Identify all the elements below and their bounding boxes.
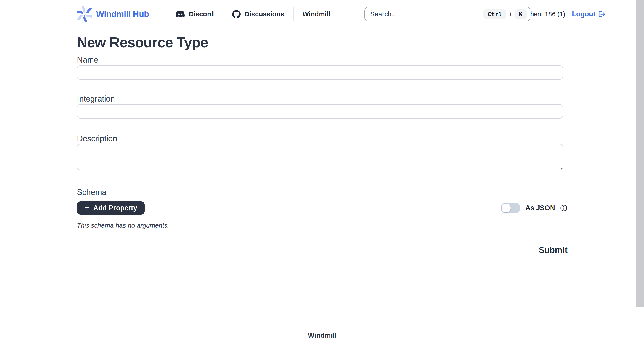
logout-icon [598, 10, 606, 18]
nav-item-discord[interactable]: Discord [176, 10, 223, 18]
description-textarea[interactable] [77, 144, 563, 170]
main-content: New Resource Type Name Integration Descr… [77, 34, 568, 340]
integration-input[interactable] [77, 104, 563, 118]
logout-label: Logout [572, 10, 596, 18]
schema-label: Schema [77, 188, 568, 197]
main-nav: Discord Discussions Windmill [176, 0, 339, 28]
username: henri186 (1) [530, 10, 565, 18]
nav-item-windmill[interactable]: Windmill [294, 10, 340, 18]
windmill-logo-icon [77, 6, 92, 22]
integration-label: Integration [77, 94, 568, 104]
nav-label-discord: Discord [189, 10, 214, 18]
kbd-k-badge: K [515, 10, 526, 19]
plus-icon: + [84, 204, 89, 212]
submit-row: Submit [77, 245, 568, 255]
footer-brand-link[interactable]: Windmill [308, 332, 337, 340]
as-json-label: As JSON [525, 204, 555, 212]
brand-link[interactable]: Windmill Hub [77, 6, 149, 22]
as-json-control: As JSON [501, 203, 568, 213]
submit-button[interactable]: Submit [539, 245, 568, 255]
logout-link[interactable]: Logout [572, 10, 606, 18]
github-icon [232, 10, 240, 18]
add-property-label: Add Property [93, 204, 137, 212]
search-box: Ctrl + K [364, 7, 530, 22]
nav-item-discussions[interactable]: Discussions [223, 10, 293, 18]
nav-label-discussions: Discussions [245, 10, 284, 18]
page-title: New Resource Type [77, 34, 568, 51]
name-label: Name [77, 55, 568, 65]
search-input[interactable] [370, 10, 481, 18]
user-area: henri186 (1) Logout [530, 10, 606, 18]
page: Windmill Hub Discord Discussions Windmil… [0, 0, 644, 348]
scrollbar-thumb[interactable] [636, 0, 644, 307]
add-property-button[interactable]: + Add Property [77, 201, 145, 215]
nav-label-windmill: Windmill [302, 10, 330, 18]
toggle-knob [502, 204, 510, 212]
name-input[interactable] [77, 65, 563, 80]
header: Windmill Hub Discord Discussions Windmil… [0, 0, 644, 28]
vertical-scrollbar [636, 0, 644, 348]
kbd-plus-separator: + [509, 11, 512, 18]
schema-empty-note: This schema has no arguments. [77, 222, 568, 229]
description-label: Description [77, 134, 568, 144]
info-icon[interactable] [560, 204, 568, 212]
schema-toolbar: + Add Property As JSON [77, 201, 568, 215]
discord-icon [176, 10, 185, 18]
as-json-toggle[interactable] [501, 203, 520, 213]
kbd-ctrl-badge: Ctrl [484, 10, 506, 19]
footer: Windmill [77, 332, 568, 340]
brand-name: Windmill Hub [96, 10, 149, 19]
